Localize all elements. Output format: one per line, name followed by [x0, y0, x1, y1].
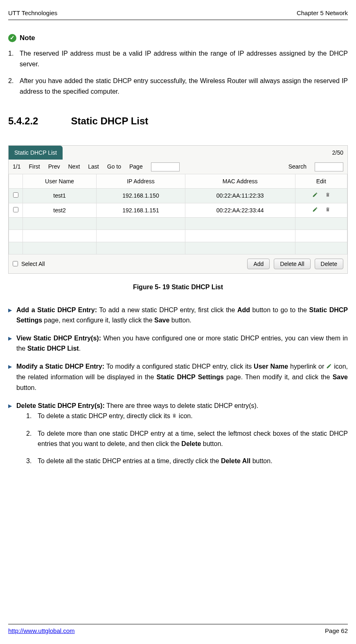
bullet-view: ▶ View Static DHCP Entry(s): When you ha…	[8, 333, 348, 354]
footer-page: Page 62	[325, 626, 348, 636]
cell-ip: 192.168.1.150	[97, 189, 185, 203]
table-row	[9, 230, 347, 242]
pager-position: 1/1	[13, 162, 20, 171]
row-checkbox[interactable]	[13, 192, 18, 198]
select-all-label: Select All	[21, 259, 45, 268]
cell-mac: 00:22:AA:11:22:33	[185, 189, 295, 203]
delete-sub-2: 2. To delete more than one static DHCP e…	[26, 428, 348, 449]
edit-icon	[326, 362, 332, 372]
note-num: 1.	[8, 48, 20, 69]
cell-mac: 00:22:AA:22:33:44	[185, 203, 295, 217]
bullet-arrow-icon: ▶	[8, 361, 16, 393]
pager-prev[interactable]: Prev	[48, 162, 60, 171]
dhcp-tab-label: Static DHCP List	[9, 146, 63, 160]
note-text: The reserved IP address must be a valid …	[20, 48, 348, 69]
edit-icon[interactable]	[312, 206, 318, 215]
note-block: ✓ Note 1. The reserved IP address must b…	[8, 32, 348, 97]
pager-goto[interactable]: Go to	[107, 162, 121, 171]
col-mac: MAC Address	[185, 174, 295, 188]
trash-icon	[172, 411, 177, 422]
page-header: UTT Technologies Chapter 5 Network	[8, 8, 348, 20]
dhcp-panel: Static DHCP List 2/50 1/1 First Prev Nex…	[8, 145, 348, 274]
check-icon: ✓	[8, 34, 16, 42]
delete-button[interactable]: Delete	[315, 259, 343, 269]
bold-text: Add a Static DHCP Entry:	[16, 306, 97, 313]
section-title: Static DHCP List	[71, 113, 148, 129]
header-right: Chapter 5 Network	[297, 8, 348, 18]
bullet-text: Add a Static DHCP Entry: To add a new st…	[16, 305, 348, 326]
dhcp-tab-row: Static DHCP List 2/50	[9, 146, 347, 160]
bullet-arrow-icon: ▶	[8, 305, 16, 326]
bullet-add: ▶ Add a Static DHCP Entry: To add a new …	[8, 305, 348, 326]
cell-user[interactable]: test2	[23, 203, 97, 217]
pager-page-label: Page	[129, 162, 143, 171]
table-header-row: User Name IP Address MAC Address Edit	[9, 174, 347, 188]
pager-page-input[interactable]	[151, 162, 180, 171]
dhcp-footer-left: Select All	[13, 259, 45, 268]
bullet-delete: ▶ Delete Static DHCP Entry(s): There are…	[8, 401, 348, 473]
dhcp-pager: 1/1 First Prev Next Last Go to Page Sear…	[9, 160, 347, 173]
bullet-modify: ▶ Modify a Static DHCP Entry: To modify …	[8, 361, 348, 393]
search-input[interactable]	[315, 162, 343, 171]
section-number: 5.4.2.2	[8, 113, 38, 129]
delete-sub-3: 3. To delete all the static DHCP entries…	[26, 456, 348, 466]
table-row	[9, 217, 347, 230]
trash-icon[interactable]	[325, 191, 330, 200]
bullet-text: Modify a Static DHCP Entry: To modify a …	[16, 361, 348, 393]
dhcp-count: 2/50	[328, 146, 347, 160]
note-text: After you have added the static DHCP ent…	[20, 76, 348, 97]
bullet-text: View Static DHCP Entry(s): When you have…	[16, 333, 348, 354]
row-checkbox[interactable]	[13, 207, 18, 212]
table-row	[9, 242, 347, 254]
delete-all-button[interactable]: Delete All	[274, 259, 310, 269]
cell-user[interactable]: test1	[23, 189, 97, 203]
edit-icon[interactable]	[312, 191, 318, 200]
table-row: test2 192.168.1.151 00:22:AA:22:33:44	[9, 203, 347, 217]
note-item-2: 2. After you have added the static DHCP …	[8, 76, 348, 97]
pager-first[interactable]: First	[29, 162, 40, 171]
note-header: ✓ Note	[8, 32, 348, 43]
page-footer: http://www.uttglobal.com Page 62	[8, 624, 348, 636]
select-all-checkbox[interactable]	[13, 261, 18, 266]
search-label: Search	[288, 162, 306, 171]
col-ip: IP Address	[97, 174, 185, 188]
note-item-1: 1. The reserved IP address must be a val…	[8, 48, 348, 69]
bullet-arrow-icon: ▶	[8, 401, 16, 473]
header-left: UTT Technologies	[8, 8, 57, 18]
bullet-arrow-icon: ▶	[8, 333, 16, 354]
dhcp-footer: Select All Add Delete All Delete	[9, 254, 347, 273]
note-num: 2.	[8, 76, 20, 97]
footer-url[interactable]: http://www.uttglobal.com	[8, 626, 75, 636]
bullet-text: Delete Static DHCP Entry(s): There are t…	[16, 401, 348, 473]
table-row: test1 192.168.1.150 00:22:AA:11:22:33	[9, 189, 347, 203]
add-button[interactable]: Add	[247, 259, 270, 269]
col-checkbox	[9, 174, 23, 188]
dhcp-footer-right: Add Delete All Delete	[247, 259, 343, 269]
note-label: Note	[20, 32, 35, 43]
col-edit: Edit	[295, 174, 347, 188]
figure-caption: Figure 5- 19 Static DHCP List	[8, 282, 348, 293]
col-user: User Name	[23, 174, 97, 188]
dhcp-table: User Name IP Address MAC Address Edit te…	[9, 174, 347, 254]
section-heading: 5.4.2.2 Static DHCP List	[8, 113, 348, 129]
trash-icon[interactable]	[325, 206, 330, 215]
pager-last[interactable]: Last	[88, 162, 99, 171]
delete-sub-1: 1. To delete a static DHCP entry, direct…	[26, 411, 348, 422]
cell-ip: 192.168.1.151	[97, 203, 185, 217]
pager-next[interactable]: Next	[68, 162, 80, 171]
